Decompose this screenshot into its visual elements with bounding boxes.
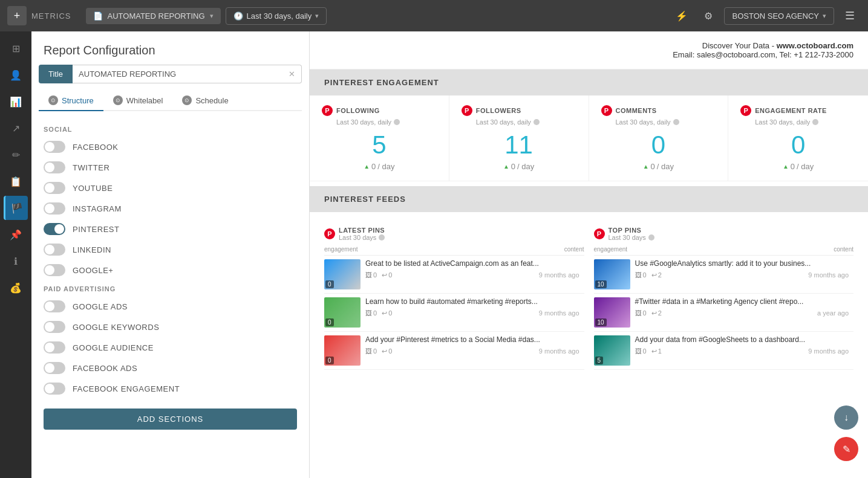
add-sections-button[interactable]: ADD SECTIONS bbox=[44, 409, 297, 430]
feed-thumbnail: 10 bbox=[594, 297, 630, 328]
toggle-row-instagram: INSTAGRAM bbox=[31, 198, 309, 219]
heart-icon: 🖼 bbox=[365, 271, 372, 279]
sidebar-item-info[interactable]: ℹ bbox=[4, 249, 28, 273]
bolt-icon-button[interactable]: ⚡ bbox=[671, 5, 693, 27]
list-item: 10 #Twitter #data in a #Marketing Agency… bbox=[594, 294, 854, 332]
main-layout: ⊞ 👤 📊 ↗ ✏ 📋 🏴 📌 ℹ 💰 Report Configuration… bbox=[0, 31, 868, 478]
icon-sidebar: ⊞ 👤 📊 ↗ ✏ 📋 🏴 📌 ℹ 💰 bbox=[0, 31, 31, 478]
list-item: 0 Learn how to build #automated #marketi… bbox=[324, 294, 584, 332]
toggle-instagram[interactable] bbox=[44, 202, 65, 215]
metric-followers: P FOLLOWERS Last 30 days, daily 11 ▲ 0 /… bbox=[449, 95, 589, 181]
toggle-youtube[interactable] bbox=[44, 182, 65, 194]
download-fab-button[interactable]: ↓ bbox=[834, 405, 858, 430]
pinterest-engagement-header: PINTEREST ENGAGEMENT bbox=[310, 69, 868, 95]
pinterest-top-icon: P bbox=[594, 228, 605, 239]
info-dot bbox=[812, 119, 818, 125]
time-range-button[interactable]: 🕐 Last 30 days, daily ▾ bbox=[226, 7, 327, 25]
metrics-label: METRICS bbox=[31, 11, 71, 21]
config-tabs: ⊙ Structure ⊙ Whitelabel ⊙ Schedule bbox=[39, 91, 302, 111]
feed-info-dot bbox=[379, 234, 385, 241]
toggle-twitter[interactable] bbox=[44, 161, 65, 173]
top-pins-list: 10 Use #GoogleAnalytics smartly: add it … bbox=[594, 256, 854, 370]
sidebar-item-pin[interactable]: 📌 bbox=[4, 222, 28, 247]
toggle-linkedin[interactable] bbox=[44, 244, 65, 256]
pinterest-comments-icon: P bbox=[601, 105, 612, 116]
change-arrow-icon: ▲ bbox=[503, 163, 509, 170]
cog-icon-button[interactable]: ⚙ bbox=[697, 5, 719, 27]
structure-tab-icon: ⊙ bbox=[48, 95, 58, 105]
pinterest-following-icon: P bbox=[322, 105, 333, 116]
sidebar-item-chart[interactable]: 📊 bbox=[4, 89, 28, 114]
doc-icon: 📄 bbox=[93, 11, 103, 21]
feed-thumbnail: 0 bbox=[324, 335, 361, 366]
tab-schedule[interactable]: ⊙ Schedule bbox=[172, 91, 238, 111]
toggle-google-ads[interactable] bbox=[44, 300, 65, 312]
change-arrow-icon: ▲ bbox=[364, 163, 370, 170]
title-tab[interactable]: Title bbox=[39, 65, 73, 83]
preview-header: Discover Your Data - www.octoboard.com E… bbox=[310, 31, 868, 69]
sidebar-item-clipboard[interactable]: 📋 bbox=[4, 169, 28, 193]
toggle-row-facebook-engagement: FACEBOOK ENGAGEMENT bbox=[31, 378, 309, 399]
toggle-facebook[interactable] bbox=[44, 141, 65, 153]
sidebar-item-flag[interactable]: 🏴 bbox=[4, 196, 28, 220]
feed-thumbnail: 0 bbox=[324, 297, 361, 328]
tab-structure[interactable]: ⊙ Structure bbox=[39, 91, 103, 111]
config-title-row: Title AUTOMATED REPORTING ✕ bbox=[39, 65, 302, 83]
time-chevron-icon: ▾ bbox=[315, 12, 319, 20]
toggle-row-googleplus: GOOGLE+ bbox=[31, 260, 309, 280]
info-dot bbox=[673, 119, 679, 125]
agency-chevron-icon: ▾ bbox=[823, 12, 826, 20]
sidebar-item-users[interactable]: 👤 bbox=[4, 63, 28, 87]
tab-whitelabel[interactable]: ⊙ Whitelabel bbox=[103, 91, 173, 111]
feed-item-info: Add your data from #GoogleSheets to a da… bbox=[630, 335, 854, 366]
feed-info-dot bbox=[648, 234, 654, 241]
top-nav: + METRICS 📄 AUTOMATED REPORTING ▾ 🕐 Last… bbox=[0, 0, 868, 31]
list-item: 0 Great to be listed at ActiveCampaign.c… bbox=[324, 256, 584, 294]
metric-following: P FOLLOWING Last 30 days, daily 5 ▲ 0 / … bbox=[310, 95, 449, 181]
pinterest-engagement-rate-icon: P bbox=[740, 105, 751, 116]
metric-comments: P COMMENTS Last 30 days, daily 0 ▲ 0 / d… bbox=[589, 95, 729, 181]
report-button[interactable]: 📄 AUTOMATED REPORTING ▾ bbox=[86, 8, 221, 24]
config-header: Report Configuration bbox=[31, 31, 309, 65]
logo: + bbox=[7, 6, 27, 25]
hamburger-menu-icon[interactable]: ☰ bbox=[839, 5, 861, 27]
sidebar-item-grid[interactable]: ⊞ bbox=[4, 36, 28, 60]
metrics-grid: P FOLLOWING Last 30 days, daily 5 ▲ 0 / … bbox=[310, 95, 868, 181]
sidebar-item-money[interactable]: 💰 bbox=[4, 276, 28, 300]
agency-selector[interactable]: BOSTON SEO AGENCY ▾ bbox=[724, 7, 834, 25]
toggle-row-linkedin: LINKEDIN bbox=[31, 239, 309, 260]
latest-pins-section: P LATEST PINS Last 30 days engagement co… bbox=[319, 222, 589, 375]
config-panel: Report Configuration Title AUTOMATED REP… bbox=[31, 31, 310, 478]
feed-item-info: Great to be listed at ActiveCampaign.com… bbox=[361, 259, 584, 289]
title-input[interactable]: AUTOMATED REPORTING ✕ bbox=[73, 65, 302, 83]
feed-item-info: Learn how to build #automated #marketing… bbox=[361, 297, 584, 328]
preview-panel: Discover Your Data - www.octoboard.com E… bbox=[310, 31, 868, 478]
toggle-facebook-engagement[interactable] bbox=[44, 383, 65, 395]
toggle-facebook-ads[interactable] bbox=[44, 362, 65, 374]
feed-meta: 🖼0 ↩1 9 months ago bbox=[635, 347, 849, 355]
feed-item-info: Add your #Pinterest #metrics to a Social… bbox=[361, 335, 584, 366]
toggle-row-youtube: YOUTUBE bbox=[31, 178, 309, 198]
pinterest-followers-icon: P bbox=[462, 105, 472, 116]
sidebar-item-pencil[interactable]: ✏ bbox=[4, 143, 28, 167]
sidebar-item-path[interactable]: ↗ bbox=[4, 116, 28, 140]
preview-content: Discover Your Data - www.octoboard.com E… bbox=[310, 31, 868, 478]
paid-section-label: PAID ADVERTISING bbox=[31, 280, 309, 296]
title-clear-icon[interactable]: ✕ bbox=[289, 69, 295, 79]
toggle-googleplus[interactable] bbox=[44, 264, 65, 276]
toggle-row-twitter: TWITTER bbox=[31, 157, 309, 178]
edit-fab-button[interactable]: ✎ bbox=[834, 437, 858, 461]
toggle-row-facebook-ads: FACEBOOK ADS bbox=[31, 358, 309, 378]
toggle-pinterest[interactable] bbox=[44, 223, 65, 235]
feed-meta: 🖼0 ↩0 9 months ago bbox=[365, 347, 579, 355]
list-item: 5 Add your data from #GoogleSheets to a … bbox=[594, 332, 854, 370]
pinterest-feeds-header: PINTEREST FEEDS bbox=[310, 186, 868, 212]
whitelabel-tab-icon: ⊙ bbox=[113, 95, 123, 105]
toggle-row-google-keywords: GOOGLE KEYWORDS bbox=[31, 317, 309, 337]
top-pins-title-row: P TOP PINS Last 30 days bbox=[594, 227, 854, 241]
toggle-google-keywords[interactable] bbox=[44, 321, 65, 333]
feed-thumbnail: 10 bbox=[594, 259, 630, 289]
pinterest-latest-icon: P bbox=[324, 228, 335, 239]
toggle-google-audience[interactable] bbox=[44, 341, 65, 354]
feed-thumbnail: 0 bbox=[324, 259, 361, 289]
